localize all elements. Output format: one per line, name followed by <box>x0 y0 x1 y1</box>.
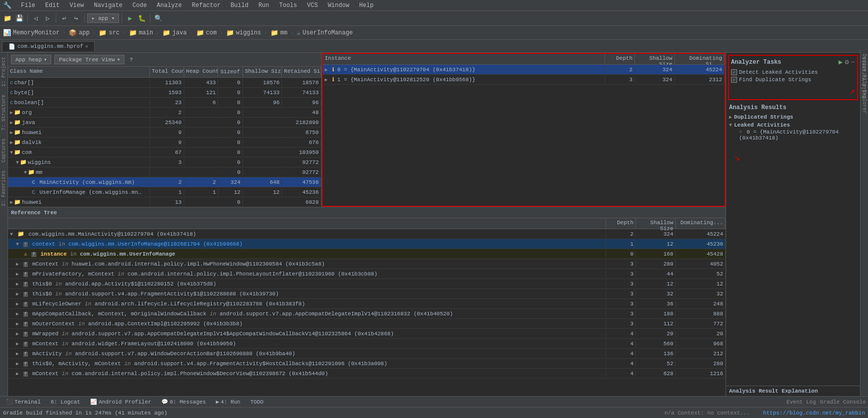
menu-file[interactable]: File <box>19 2 37 9</box>
tab-hprof[interactable]: 📄 com.wiggins.mm.hprof ✕ <box>2 41 95 51</box>
duplicated-strings-item[interactable]: ▶ Duplicated Strings <box>729 113 857 121</box>
table-row[interactable]: ▶📁huawei 13 0 6828 <box>8 197 321 207</box>
menu-tools[interactable]: Tools <box>277 2 299 9</box>
table-row-main-activity[interactable]: C MainActivity (com.wiggins.mm) 2 2 324 … <box>8 177 321 187</box>
analysis-close-btn[interactable]: – <box>851 58 855 66</box>
ref-row-10[interactable]: ▶ f mWrapped in android.support.v7.app.A… <box>8 329 726 339</box>
app-dropdown[interactable]: ▸ app ▾ <box>87 13 119 23</box>
toolbar-forward[interactable]: ▷ <box>42 13 53 24</box>
leaked-activities-item[interactable]: ▼ Leaked Activities <box>729 121 857 129</box>
event-log-btn[interactable]: Event Log <box>786 399 816 405</box>
menu-window[interactable]: Window <box>326 2 351 9</box>
analyzer-tasks-title: Analyzer Tasks <box>731 59 781 66</box>
table-row[interactable]: ▶📁java 25340 0 2182890 <box>8 118 321 128</box>
ref-row-14[interactable]: ▶ f mContext in com.android.internal.pol… <box>8 369 726 379</box>
sidebar-project[interactable]: 1: Project <box>0 53 7 91</box>
search-everywhere[interactable]: 🔍 <box>153 13 164 24</box>
menu-code[interactable]: Code <box>130 2 149 9</box>
menu-build[interactable]: Build <box>229 2 250 9</box>
view-dropdown[interactable]: Package Tree View ▾ <box>54 55 124 64</box>
table-row[interactable]: cbyte[] 1593 121 0 74133 74133 <box>8 88 321 98</box>
menu-navigate[interactable]: Navigate <box>92 2 124 9</box>
bottom-tab-logcat[interactable]: 6: Logcat <box>47 398 84 406</box>
nav-src[interactable]: src <box>109 29 120 36</box>
toolbar-save[interactable]: 💾 <box>14 13 25 24</box>
td-heap <box>184 152 219 153</box>
nav-main[interactable]: main <box>139 29 153 36</box>
bottom-right-status: Event Log Gradle Console <box>786 399 866 405</box>
table-row[interactable]: ▶📁huawei 9 0 8750 <box>8 128 321 138</box>
ref-row-instance[interactable]: ⚠ f instance in com.wiggins.mm.UserInfoM… <box>8 249 726 259</box>
leaked-item-0[interactable]: ≡ 0 = {MainActivity@1102279704 (0x41b374… <box>729 129 857 141</box>
bottom-tab-messages[interactable]: 💬 0: Messages <box>157 398 210 406</box>
toolbar-undo[interactable]: ↩ <box>59 13 70 24</box>
toolbar-open[interactable]: 📁 <box>2 13 13 24</box>
table-row[interactable]: cchar[] 11303 433 0 18576 18576 <box>8 78 321 88</box>
menu-vcs[interactable]: VCS <box>305 2 320 9</box>
gradle-console-btn[interactable]: Gradle Console <box>820 399 866 405</box>
ref-row-6[interactable]: ▶ f this$0 in android.support.v4.app.Fra… <box>8 289 726 299</box>
bottom-tab-run[interactable]: ▶ 4: Run <box>212 398 244 406</box>
ref-row-5[interactable]: ▶ f this$0 in android.app.Activity$1@110… <box>8 279 726 289</box>
analysis-settings-btn[interactable]: ⚙ <box>845 58 849 66</box>
task-detect-leaked[interactable]: ✓ Detect Leaked Activities <box>731 69 855 75</box>
sidebar-captures[interactable]: Captures <box>0 135 7 166</box>
heap-dropdown[interactable]: App heap ▾ <box>11 55 51 64</box>
table-row[interactable]: cboolean[] 23 6 0 96 96 <box>8 98 321 108</box>
tab-hprof-close[interactable]: ✕ <box>85 43 88 49</box>
nav-java[interactable]: java <box>172 29 187 36</box>
sidebar-favorites[interactable]: 2: Favorites <box>0 166 7 210</box>
menu-view[interactable]: View <box>68 2 86 9</box>
context-text: context <box>32 241 55 247</box>
build-variants-tab[interactable]: Build Variants <box>861 53 868 103</box>
bottom-tab-todo[interactable]: TODO <box>247 398 267 406</box>
nav-com[interactable]: com <box>206 29 217 36</box>
table-row[interactable]: ▶📁org 2 0 48 <box>8 108 321 118</box>
nav-app[interactable]: app <box>79 29 90 36</box>
left-side-panels: 1: Project 7: Structure Captures 2: Favo… <box>0 53 8 396</box>
ref-row-12[interactable]: ▶ f mActivity in android.support.v7.app.… <box>8 349 726 359</box>
rrtd-name: ▶ f mOuterContext in android.app.Context… <box>8 320 606 327</box>
bottom-tab-profiler[interactable]: 📈 Android Profiler <box>86 398 155 406</box>
nav-mm[interactable]: mm <box>280 29 287 36</box>
run-btn[interactable]: ▶ <box>124 13 135 24</box>
run-analysis-btn[interactable]: ▶ <box>839 58 843 66</box>
ref-row-9[interactable]: ▶ f mOuterContext in android.app.Context… <box>8 319 726 329</box>
table-row[interactable]: ▶📁dalvik 9 0 676 <box>8 138 321 147</box>
ref-row-11[interactable]: ▶ f mContext in android.widget.FrameLayo… <box>8 339 726 349</box>
ref-row-3[interactable]: ▶ f mContext in huawei.com.android.inter… <box>8 259 726 269</box>
field-icon: f <box>23 302 28 307</box>
nav-wiggins[interactable]: wiggins <box>236 29 261 36</box>
table-row[interactable]: ▼📁mm 0 92772 <box>8 167 321 177</box>
instance-row-0[interactable]: ▶ ℹ 0 = {MainActivity@1102279704 (0x41b3… <box>323 65 725 75</box>
table-row-user-info[interactable]: C UserInfoManage (com.wiggins.mn… 1 1 12… <box>8 187 321 197</box>
ref-row-8[interactable]: ▶ f mAppCompatCallback, mContext, mOrigi… <box>8 309 726 319</box>
menu-analyze[interactable]: Analyze <box>155 2 184 9</box>
instance-row-1[interactable]: ▶ ℹ 1 = {MainActivity@1102812520 (0x41bb… <box>323 75 725 85</box>
nav-userinfoManage[interactable]: UserInfoManage <box>303 29 353 36</box>
class-icon: c <box>10 90 13 96</box>
menu-help[interactable]: Help <box>357 2 375 9</box>
table-row[interactable]: ▼📁com 67 0 103950 <box>8 147 321 157</box>
toolbar-back[interactable]: ◁ <box>30 13 41 24</box>
instance-table-container: Instance Depth Shallow Size Dominating S… <box>322 53 726 207</box>
ref-row-7[interactable]: ▶ f mLifecycleOwner in android.arch.life… <box>8 299 726 309</box>
table-row[interactable]: ▼📁wiggins 3 0 92772 <box>8 157 321 167</box>
menu-run[interactable]: Run <box>256 2 271 9</box>
ref-row-context[interactable]: ▼ f context in com.wiggins.mm.UserInfoMa… <box>8 239 726 249</box>
sidebar-structure[interactable]: 7: Structure <box>0 91 7 135</box>
ref-row-main[interactable]: ▼ 📁 com.wiggins.mm.MainActivity@11022797… <box>8 229 726 239</box>
ref-row-13[interactable]: ▶ f this$0, mActivity, mContext in andro… <box>8 359 726 369</box>
menu-refactor[interactable]: Refactor <box>190 2 223 9</box>
toolbar-redo[interactable]: ↪ <box>71 13 82 24</box>
ref-row-4[interactable]: ▶ f mPrivateFactory, mContext in com.and… <box>8 269 726 279</box>
nav-memory-monitor[interactable]: MemoryMonitor <box>13 29 60 36</box>
instance-table-body: ▶ ℹ 0 = {MainActivity@1102279704 (0x41b3… <box>323 65 725 206</box>
task-find-duplicates[interactable]: ✓ Find Duplicate Strings <box>731 77 855 83</box>
field-icon: f <box>23 342 28 347</box>
debug-btn[interactable]: 🐛 <box>136 13 147 24</box>
menu-edit[interactable]: Edit <box>43 2 62 9</box>
bottom-tab-terminal[interactable]: ⬛ Terminal <box>2 398 45 406</box>
th-sizeof: Sizeof ▾ <box>218 67 243 77</box>
help-icon[interactable]: ? <box>129 57 133 63</box>
